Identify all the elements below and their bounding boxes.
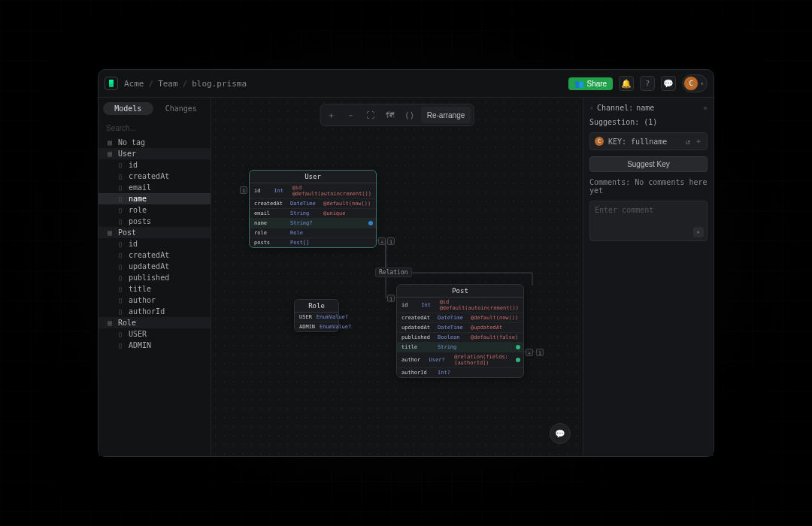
tree-label: updatedAt [129, 262, 169, 271]
tree-no-tag[interactable]: ▦ No tag [98, 137, 211, 148]
field-attr: @unique [323, 210, 346, 216]
tree-field[interactable]: ▯posts [98, 216, 211, 227]
model-role[interactable]: Role USEREnumValue?ADMINEnumValue? [294, 299, 339, 332]
tree-field[interactable]: ▯createdAt [98, 249, 211, 261]
field-name: title [401, 344, 433, 350]
channel-name: name [636, 104, 654, 112]
tree-field[interactable]: ▯title [98, 283, 211, 295]
file-icon: ▯ [117, 274, 124, 282]
tree-field[interactable]: ▯name [98, 193, 211, 204]
field-attr: @default(false) [471, 334, 518, 340]
model-user[interactable]: User idInt@id @default(autoincrement())c… [249, 170, 377, 248]
tree-field[interactable]: ▯id [98, 159, 211, 171]
model-field-row[interactable]: updatedAtDateTime@updatedAt [397, 322, 523, 332]
suggestion-prefix: Suggestion: [589, 118, 639, 126]
field-name: ADMIN [299, 324, 315, 330]
tree-field[interactable]: ▯createdAt [98, 171, 211, 182]
app-window: Acme / Team / blog.prisma 👥 Share 🔔 ? 💬 … [98, 69, 714, 457]
tab-changes[interactable]: Changes [156, 102, 207, 115]
tree-field[interactable]: ▯author [98, 295, 211, 306]
cardinality-handle[interactable]: + [378, 237, 386, 245]
rearrange-button[interactable]: Re-arrange [421, 107, 471, 123]
breadcrumb-item[interactable]: Acme [124, 79, 144, 89]
file-icon: ▯ [117, 330, 124, 338]
model-field-row[interactable]: postsPost[] [250, 237, 376, 247]
comments-prefix: Comments: [589, 178, 630, 186]
model-field-row[interactable]: roleRole [250, 228, 376, 237]
model-field-row[interactable]: createdAtDateTime@default(now()) [250, 198, 376, 208]
collapse-right-icon[interactable]: » [703, 104, 707, 112]
fit-icon[interactable]: ⛶ [362, 107, 379, 123]
tree-field[interactable]: ▯id [98, 238, 211, 249]
model-field-row[interactable]: titleString [397, 342, 523, 352]
tree-field[interactable]: ▯USER [98, 328, 211, 340]
field-type: DateTime [438, 315, 466, 321]
tree-field[interactable]: ▯authorId [98, 306, 211, 317]
tree-field[interactable]: ▯role [98, 204, 211, 216]
notifications-icon[interactable]: 🔔 [619, 76, 634, 91]
code-icon[interactable]: ⟨⟩ [401, 107, 418, 123]
cardinality-handle[interactable]: 1 [387, 295, 395, 302]
model-title: User [250, 171, 376, 183]
file-icon: ▯ [117, 341, 124, 349]
share-icon: 👥 [574, 80, 583, 88]
field-name: authorId [401, 370, 433, 376]
layers-icon[interactable]: 🗺 [382, 107, 398, 123]
file-icon: ▯ [117, 251, 124, 259]
suggest-key-button[interactable]: Suggest Key [589, 156, 707, 172]
model-field-row[interactable]: emailString@unique [250, 208, 376, 218]
field-name: author [401, 357, 425, 363]
cardinality-handle[interactable]: 1 [240, 186, 247, 194]
zoom-in-icon[interactable]: ＋ [323, 107, 340, 123]
sidebar-tabs: Models Changes [98, 98, 211, 119]
model-field-row[interactable]: idInt@id @default(autoincrement()) [250, 183, 376, 198]
help-icon[interactable]: ? [640, 76, 655, 91]
model-field-row[interactable]: authorUser?@relation(fields:[authorId]) [397, 352, 523, 367]
cardinality-handle[interactable]: 1 [536, 349, 544, 356]
tree-field[interactable]: ▯published [98, 272, 211, 283]
model-post[interactable]: Post idInt@id @default(autoincrement())c… [396, 284, 524, 378]
field-name: updatedAt [401, 325, 433, 331]
field-attr: @relation(fields:[authorId]) [454, 354, 519, 366]
add-icon[interactable]: ＋ [695, 136, 702, 147]
collapse-left-icon[interactable]: ‹ [589, 104, 594, 112]
model-field-row[interactable]: createdAtDateTime@default(now()) [397, 313, 523, 322]
tree-field[interactable]: ▯ADMIN [98, 340, 211, 351]
field-type: Boolean [438, 334, 466, 340]
send-icon[interactable]: ➤ [693, 227, 704, 237]
field-type: EnumValue? [317, 314, 345, 320]
cardinality-handle[interactable]: 1 [387, 237, 395, 245]
tree-label: USER [129, 330, 147, 338]
model-field-row[interactable]: idInt@id @default(autoincrement()) [397, 298, 523, 313]
grid-icon: ▦ [106, 228, 114, 237]
avatar-menu[interactable]: C ▾ [682, 74, 707, 92]
suggested-key[interactable]: C KEY: fullname ↺ ＋ [589, 132, 707, 150]
tab-models[interactable]: Models [103, 102, 153, 115]
model-title: Role [295, 300, 338, 313]
share-button[interactable]: 👥 Share [568, 77, 613, 90]
search-input[interactable] [98, 119, 211, 137]
breadcrumb-item[interactable]: Team [158, 79, 178, 89]
tree-field[interactable]: ▯updatedAt [98, 261, 211, 272]
model-field-row[interactable]: publishedBoolean@default(false) [397, 332, 523, 342]
schema-canvas[interactable]: ＋ － ⛶ 🗺 ⟨⟩ Re-arrange User idInt@id @def… [211, 98, 583, 456]
model-field-row[interactable]: ADMINEnumValue? [295, 322, 338, 331]
comments-icon[interactable]: 💬 [661, 76, 676, 91]
breadcrumb-item[interactable]: blog.prisma [192, 79, 247, 89]
app-logo[interactable] [105, 77, 118, 90]
tree-model-role[interactable]: ▦Role [98, 317, 211, 328]
channel-prefix: Channel: [597, 104, 633, 112]
field-name: id [401, 302, 417, 308]
cardinality-handle[interactable]: + [526, 349, 533, 356]
undo-icon[interactable]: ↺ [686, 138, 690, 146]
comment-input[interactable] [595, 206, 702, 214]
tree-model-user[interactable]: ▦User [98, 148, 211, 159]
model-field-row[interactable]: authorIdInt? [397, 367, 523, 377]
chat-bubble-icon[interactable]: 💬 [550, 423, 571, 444]
tree-model-post[interactable]: ▦Post [98, 227, 211, 238]
tree-label: id [129, 161, 138, 169]
model-field-row[interactable]: USEREnumValue? [295, 313, 338, 322]
model-field-row[interactable]: nameString? [250, 218, 376, 228]
tree-field[interactable]: ▯email [98, 182, 211, 193]
zoom-out-icon[interactable]: － [343, 107, 359, 123]
